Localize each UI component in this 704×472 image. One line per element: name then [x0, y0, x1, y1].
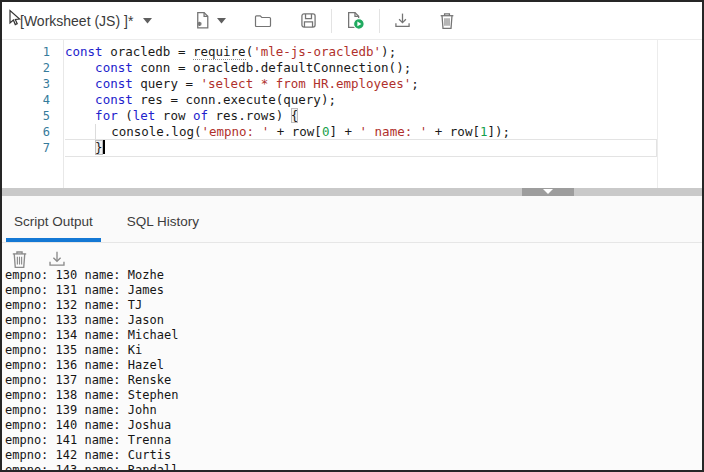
toolbar-separator — [331, 9, 332, 33]
output-line: empno: 142 name: Curtis — [5, 448, 702, 463]
tab-sql-history[interactable]: SQL History — [119, 196, 207, 242]
tab-script-output[interactable]: Script Output — [6, 196, 101, 242]
line-number: 1 — [2, 44, 63, 60]
output-line: empno: 131 name: James — [5, 283, 702, 298]
code-line[interactable]: const conn = oracledb.defaultConnection(… — [65, 60, 702, 76]
clear-output-button[interactable] — [11, 250, 28, 269]
mouse-cursor-icon — [7, 9, 22, 27]
line-number: 6 — [2, 124, 63, 140]
script-output-text: empno: 130 name: Mozheempno: 131 name: J… — [2, 268, 702, 470]
trash-icon — [11, 250, 28, 269]
run-script-icon — [346, 11, 365, 30]
download-output-button[interactable] — [48, 250, 66, 268]
new-file-icon — [194, 11, 211, 30]
chevron-down-icon — [143, 18, 152, 24]
open-file-button[interactable] — [252, 11, 274, 31]
output-line: empno: 134 name: Michael — [5, 328, 702, 343]
code-line[interactable]: const query = 'select * from HR.employee… — [65, 76, 702, 92]
panel-splitter[interactable] — [2, 188, 702, 196]
download-icon — [394, 12, 411, 29]
save-icon — [300, 12, 317, 29]
code-line[interactable]: } — [65, 139, 657, 157]
output-tabbar: Script Output SQL History — [2, 196, 702, 243]
output-line: empno: 141 name: Trenna — [5, 433, 702, 448]
chevron-down-icon — [217, 18, 226, 24]
worksheet-title: [Worksheet (JS) ]* — [20, 13, 133, 29]
delete-button[interactable] — [437, 10, 457, 32]
output-line: empno: 136 name: Hazel — [5, 358, 702, 373]
worksheet-window: [Worksheet (JS) ]* — [0, 0, 704, 472]
download-button[interactable] — [392, 10, 413, 31]
code-line[interactable]: console.log('empno: ' + row[0] + ' name:… — [65, 124, 702, 140]
save-button[interactable] — [298, 10, 319, 31]
chevron-down-icon — [543, 189, 553, 195]
output-line: empno: 133 name: Jason — [5, 313, 702, 328]
splitter-collapse-handle[interactable] — [522, 188, 574, 196]
output-line: empno: 143 name: Randall — [5, 463, 702, 470]
output-line: empno: 139 name: John — [5, 403, 702, 418]
download-icon — [48, 250, 66, 268]
text-caret — [103, 140, 105, 154]
worksheet-toolbar: [Worksheet (JS) ]* — [2, 2, 702, 39]
line-number: 2 — [2, 60, 63, 76]
worksheet-selector[interactable]: [Worksheet (JS) ]* — [20, 13, 152, 29]
code-line[interactable]: const res = conn.execute(query); — [65, 92, 702, 108]
code-line[interactable]: const oracledb = require('mle-js-oracled… — [65, 44, 702, 60]
line-number: 4 — [2, 92, 63, 108]
output-panel: Script Output SQL History — [2, 196, 702, 470]
code-area[interactable]: const oracledb = require('mle-js-oracled… — [65, 40, 702, 188]
output-line: empno: 130 name: Mozhe — [5, 268, 702, 283]
output-line: empno: 138 name: Stephen — [5, 388, 702, 403]
new-worksheet-button[interactable] — [192, 9, 228, 32]
output-line: empno: 135 name: Ki — [5, 343, 702, 358]
editor-gutter: 1234567 — [2, 40, 64, 188]
code-editor[interactable]: 1234567 const oracledb = require('mle-js… — [2, 40, 702, 188]
toolbar-separator — [379, 9, 380, 33]
print-margin-ruler — [657, 40, 658, 188]
line-number: 3 — [2, 76, 63, 92]
run-script-button[interactable] — [344, 9, 367, 32]
output-line: empno: 132 name: TJ — [5, 298, 702, 313]
line-number: 5 — [2, 108, 63, 124]
code-line[interactable]: for (let row of res.rows) { — [65, 108, 702, 124]
output-line: empno: 137 name: Renske — [5, 373, 702, 388]
trash-icon — [439, 12, 455, 30]
line-number: 7 — [2, 140, 63, 156]
output-line: empno: 140 name: Joshua — [5, 418, 702, 433]
folder-icon — [254, 13, 272, 29]
